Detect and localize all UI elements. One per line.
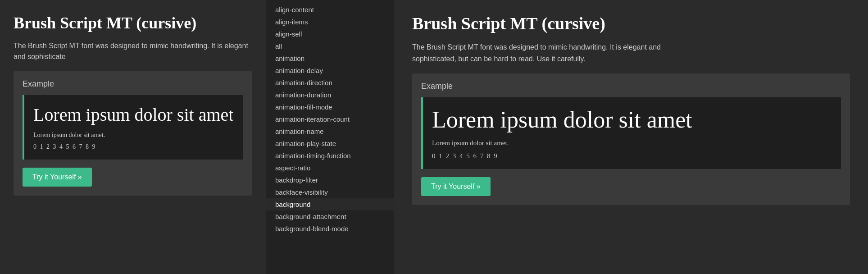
- left-panel: Brush Script MT (cursive) The Brush Scri…: [0, 0, 266, 274]
- nav-item-background-blend-mode[interactable]: background-blend-mode: [266, 223, 394, 235]
- nav-item-all[interactable]: all: [266, 40, 394, 52]
- nav-item-aspect-ratio[interactable]: aspect-ratio: [266, 162, 394, 174]
- left-example-label: Example: [23, 79, 243, 89]
- nav-item-backdrop-filter[interactable]: backdrop-filter: [266, 174, 394, 186]
- nav-list: align-contentalign-itemsalign-selfallani…: [266, 0, 394, 274]
- nav-item-animation-delay[interactable]: animation-delay: [266, 64, 394, 77]
- right-example-label: Example: [421, 82, 841, 91]
- nav-item-animation-direction[interactable]: animation-direction: [266, 77, 394, 89]
- right-panel: Brush Script MT (cursive) The Brush Scri…: [394, 0, 868, 274]
- nav-item-animation[interactable]: animation: [266, 52, 394, 64]
- left-try-button[interactable]: Try it Yourself »: [23, 168, 92, 187]
- right-example-box: Example Lorem ipsum dolor sit amet Lorem…: [412, 73, 850, 205]
- nav-item-animation-iteration-count[interactable]: animation-iteration-count: [266, 113, 394, 125]
- nav-item-background-attachment[interactable]: background-attachment: [266, 210, 394, 223]
- left-example-box: Example Lorem ipsum dolor sit amet Lorem…: [14, 71, 252, 196]
- nav-item-background[interactable]: background: [266, 198, 394, 210]
- left-page-title: Brush Script MT (cursive): [14, 14, 252, 32]
- left-lorem-body: Lorem ipsum dolor sit amet.: [33, 132, 234, 139]
- left-lorem-heading: Lorem ipsum dolor sit amet: [33, 104, 234, 125]
- nav-item-animation-timing-function[interactable]: animation-timing-function: [266, 150, 394, 162]
- nav-item-animation-duration[interactable]: animation-duration: [266, 89, 394, 101]
- nav-item-align-content[interactable]: align-content: [266, 4, 394, 16]
- right-lorem-body: Lorem ipsum dolor sit amet.: [432, 139, 832, 147]
- right-try-button[interactable]: Try it Yourself »: [421, 177, 491, 196]
- right-page-title: Brush Script MT (cursive): [412, 14, 850, 33]
- right-example-content: Lorem ipsum dolor sit amet Lorem ipsum d…: [421, 97, 841, 169]
- left-page-description: The Brush Script MT font was designed to…: [14, 41, 252, 62]
- nav-item-align-items[interactable]: align-items: [266, 16, 394, 28]
- nav-item-backface-visibility[interactable]: backface-visibility: [266, 186, 394, 198]
- nav-item-align-self[interactable]: align-self: [266, 28, 394, 40]
- right-lorem-heading: Lorem ipsum dolor sit amet: [432, 106, 832, 133]
- right-page-description: The Brush Script MT font was designed to…: [412, 41, 682, 64]
- nav-item-animation-fill-mode[interactable]: animation-fill-mode: [266, 101, 394, 113]
- left-example-content: Lorem ipsum dolor sit amet Lorem ipsum d…: [23, 95, 243, 160]
- right-lorem-numbers: 0 1 2 3 4 5 6 7 8 9: [432, 152, 832, 160]
- nav-item-animation-name[interactable]: animation-name: [266, 125, 394, 137]
- nav-item-animation-play-state[interactable]: animation-play-state: [266, 137, 394, 150]
- left-lorem-numbers: 0 1 2 3 4 5 6 7 8 9: [33, 143, 234, 151]
